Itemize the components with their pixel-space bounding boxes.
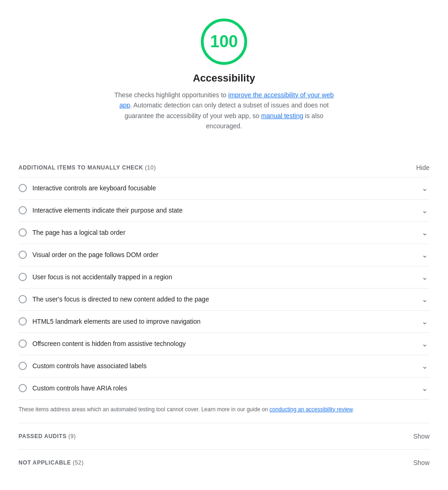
- audit-item-0[interactable]: Interactive controls are keyboard focusa…: [19, 177, 429, 200]
- manual-check-title-text: ADDITIONAL ITEMS TO MANUALLY CHECK: [19, 164, 143, 171]
- audit-item-left-5: The user's focus is directed to new cont…: [19, 295, 422, 303]
- passed-title-text: PASSED AUDITS: [19, 433, 67, 440]
- manual-check-count: (10): [145, 164, 156, 171]
- manual-note-text2: .: [353, 406, 354, 413]
- audit-status-icon-7: [19, 339, 27, 348]
- score-description: These checks highlight opportunities to …: [108, 90, 340, 132]
- chevron-down-icon-6: ⌄: [422, 317, 428, 326]
- not-applicable-title-text: NOT APPLICABLE: [19, 459, 71, 466]
- audit-item-left-2: The page has a logical tab order: [19, 228, 422, 237]
- audit-label-6: HTML5 landmark elements are used to impr…: [32, 318, 200, 325]
- audit-item-left-7: Offscreen content is hidden from assisti…: [19, 339, 422, 348]
- audit-item-7[interactable]: Offscreen content is hidden from assisti…: [19, 333, 429, 355]
- audit-status-icon-4: [19, 273, 27, 281]
- audit-item-3[interactable]: Visual order on the page follows DOM ord…: [19, 244, 429, 266]
- audit-label-3: Visual order on the page follows DOM ord…: [32, 251, 158, 258]
- score-circle: 100: [201, 19, 247, 65]
- audit-item-9[interactable]: Custom controls have ARIA roles ⌄: [19, 377, 429, 400]
- chevron-down-icon-0: ⌄: [422, 184, 428, 193]
- audit-status-icon-6: [19, 317, 27, 326]
- audit-item-left-0: Interactive controls are keyboard focusa…: [19, 184, 422, 192]
- audit-label-0: Interactive controls are keyboard focusa…: [32, 184, 156, 192]
- audit-label-1: Interactive elements indicate their purp…: [32, 207, 183, 214]
- manual-check-title: ADDITIONAL ITEMS TO MANUALLY CHECK (10): [19, 164, 156, 171]
- passed-audits-header: PASSED AUDITS (9) Show: [19, 433, 429, 440]
- passed-count: (9): [68, 433, 76, 440]
- not-applicable-section: NOT APPLICABLE (52) Show: [19, 449, 429, 476]
- chevron-down-icon-5: ⌄: [422, 295, 428, 304]
- hide-button[interactable]: Hide: [416, 164, 429, 171]
- audit-item-left-6: HTML5 landmark elements are used to impr…: [19, 317, 422, 326]
- audit-item-8[interactable]: Custom controls have associated labels ⌄: [19, 355, 429, 377]
- manual-check-section-header: ADDITIONAL ITEMS TO MANUALLY CHECK (10) …: [19, 155, 429, 177]
- manual-check-note: These items address areas which an autom…: [19, 400, 429, 423]
- accessibility-review-link[interactable]: conducting an accessibility review: [269, 406, 352, 413]
- audit-list: Interactive controls are keyboard focusa…: [19, 177, 429, 400]
- passed-audits-section: PASSED AUDITS (9) Show: [19, 423, 429, 449]
- chevron-down-icon-9: ⌄: [422, 384, 428, 393]
- score-section: 100 Accessibility These checks highlight…: [19, 0, 429, 141]
- audit-status-icon-5: [19, 295, 27, 303]
- audit-item-6[interactable]: HTML5 landmark elements are used to impr…: [19, 311, 429, 333]
- audit-status-icon-2: [19, 228, 27, 237]
- chevron-down-icon-2: ⌄: [422, 228, 428, 237]
- audit-label-9: Custom controls have ARIA roles: [32, 384, 127, 392]
- audit-status-icon-1: [19, 206, 27, 214]
- audit-item-left-1: Interactive elements indicate their purp…: [19, 206, 422, 214]
- audit-item-left-4: User focus is not accidentally trapped i…: [19, 273, 422, 281]
- audit-label-4: User focus is not accidentally trapped i…: [32, 273, 172, 281]
- chevron-down-icon-1: ⌄: [422, 206, 428, 215]
- score-value: 100: [210, 32, 238, 51]
- audit-label-8: Custom controls have associated labels: [32, 362, 147, 370]
- audit-label-2: The page has a logical tab order: [32, 229, 125, 236]
- audit-item-1[interactable]: Interactive elements indicate their purp…: [19, 200, 429, 222]
- chevron-down-icon-4: ⌄: [422, 273, 428, 282]
- manual-note-text1: These items address areas which an autom…: [19, 406, 269, 413]
- audit-item-4[interactable]: User focus is not accidentally trapped i…: [19, 266, 429, 289]
- audit-item-5[interactable]: The user's focus is directed to new cont…: [19, 289, 429, 311]
- audit-label-7: Offscreen content is hidden from assisti…: [32, 340, 186, 347]
- manual-testing-link[interactable]: manual testing: [261, 112, 303, 119]
- not-applicable-show-button[interactable]: Show: [413, 459, 429, 466]
- audit-status-icon-9: [19, 384, 27, 392]
- not-applicable-title: NOT APPLICABLE (52): [19, 459, 84, 466]
- chevron-down-icon-3: ⌄: [422, 251, 428, 259]
- not-applicable-count: (52): [73, 459, 84, 466]
- score-title: Accessibility: [193, 72, 255, 84]
- score-desc-text1: These checks highlight opportunities to: [114, 91, 228, 99]
- audit-item-left-3: Visual order on the page follows DOM ord…: [19, 251, 422, 259]
- passed-show-button[interactable]: Show: [413, 433, 429, 440]
- audit-label-5: The user's focus is directed to new cont…: [32, 295, 209, 303]
- audit-item-2[interactable]: The page has a logical tab order ⌄: [19, 222, 429, 244]
- chevron-down-icon-8: ⌄: [422, 362, 428, 371]
- not-applicable-header: NOT APPLICABLE (52) Show: [19, 459, 429, 466]
- chevron-down-icon-7: ⌄: [422, 339, 428, 348]
- audit-status-icon-8: [19, 362, 27, 370]
- audit-item-left-9: Custom controls have ARIA roles: [19, 384, 422, 392]
- audit-item-left-8: Custom controls have associated labels: [19, 362, 422, 370]
- audit-status-icon-3: [19, 251, 27, 259]
- passed-audits-title: PASSED AUDITS (9): [19, 433, 76, 440]
- audit-status-icon-0: [19, 184, 27, 192]
